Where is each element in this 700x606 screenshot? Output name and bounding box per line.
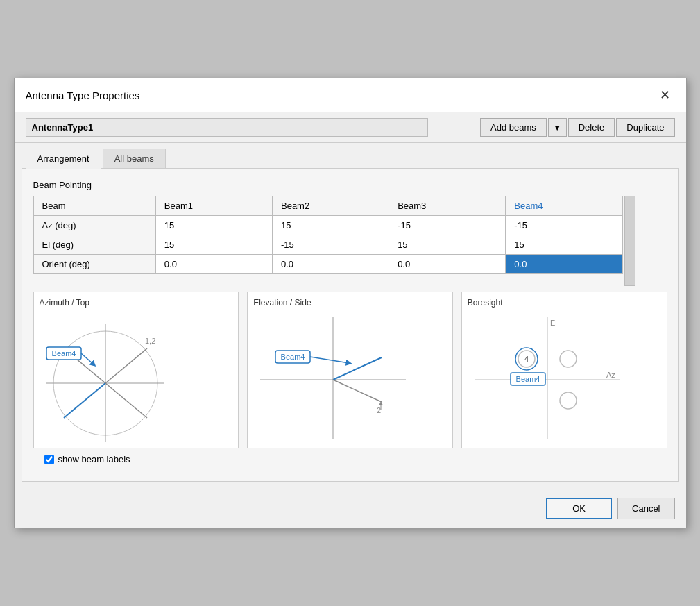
svg-text:Az: Az xyxy=(606,371,615,379)
cell-orient-beam2[interactable]: 0.0 xyxy=(272,255,389,274)
col-header-beam1: Beam1 xyxy=(155,196,272,216)
duplicate-button[interactable]: Duplicate xyxy=(616,118,674,137)
svg-line-10 xyxy=(81,353,94,364)
table-row-el: El (deg) 15 -15 15 15 xyxy=(33,235,622,255)
add-beams-label: Add beams xyxy=(490,122,536,133)
azimuth-diagram: Azimuth / Top xyxy=(33,292,239,448)
elevation-title: Elevation / Side xyxy=(253,298,447,308)
svg-text:1,2: 1,2 xyxy=(145,337,155,345)
boresight-title: Boresight xyxy=(468,298,661,308)
cell-az-beam3[interactable]: -15 xyxy=(389,216,506,235)
table-row-orient: Orient (deg) 0.0 0.0 0.0 0.0 xyxy=(33,255,622,274)
dialog-title: Antenna Type Properties xyxy=(26,90,140,101)
svg-point-24 xyxy=(560,351,577,367)
svg-line-4 xyxy=(105,383,147,418)
cell-az-beam4[interactable]: -15 xyxy=(506,216,622,235)
boresight-canvas: El Az 4 xyxy=(468,310,661,442)
svg-point-25 xyxy=(560,392,577,409)
cell-el-beam3[interactable]: 15 xyxy=(389,235,506,255)
cell-az-beam1[interactable]: 15 xyxy=(155,216,272,235)
azimuth-title: Azimuth / Top xyxy=(40,298,233,308)
show-beam-labels-checkbox-area: show beam labels xyxy=(44,454,130,464)
svg-text:Beam4: Beam4 xyxy=(515,375,540,383)
svg-line-3 xyxy=(105,348,147,383)
elevation-canvas: 2 Beam4 xyxy=(253,310,447,442)
cell-orient-beam4[interactable]: 0.0 xyxy=(506,255,622,274)
cell-el-beam1[interactable]: 15 xyxy=(155,235,272,255)
row-header-orient: Orient (deg) xyxy=(33,255,155,274)
cancel-button[interactable]: Cancel xyxy=(617,498,674,519)
close-button[interactable]: ✕ xyxy=(656,85,675,105)
elevation-diagram: Elevation / Side 2 xyxy=(247,292,453,448)
cell-el-beam2[interactable]: -15 xyxy=(272,235,389,255)
antenna-name-input[interactable] xyxy=(26,118,428,137)
svg-text:4: 4 xyxy=(524,355,529,363)
show-labels-bar: show beam labels xyxy=(33,448,667,470)
add-beams-dropdown[interactable]: ▼ xyxy=(548,118,567,137)
cell-orient-beam1[interactable]: 0.0 xyxy=(155,255,272,274)
title-bar: Antenna Type Properties ✕ xyxy=(15,78,686,112)
svg-line-19 xyxy=(310,357,349,363)
svg-line-13 xyxy=(333,357,382,380)
add-beams-button[interactable]: Add beams xyxy=(480,118,547,137)
table-scrollbar[interactable] xyxy=(624,196,635,286)
cell-orient-beam3[interactable]: 0.0 xyxy=(389,255,506,274)
boresight-svg: El Az 4 xyxy=(468,310,627,442)
beam-pointing-label: Beam Pointing xyxy=(33,180,667,190)
svg-line-14 xyxy=(333,380,382,402)
show-beam-labels-checkbox[interactable] xyxy=(44,455,54,464)
azimuth-canvas: 1,2 Beam4 xyxy=(40,310,233,442)
ok-button[interactable]: OK xyxy=(546,498,612,519)
tab-all-beams[interactable]: All beams xyxy=(103,149,166,168)
azimuth-svg: 1,2 Beam4 xyxy=(40,310,171,442)
tab-content-arrangement: Beam Pointing Beam Beam1 Beam2 Beam3 Bea… xyxy=(22,168,679,482)
diagrams-row: Azimuth / Top xyxy=(33,292,667,448)
svg-line-6 xyxy=(64,383,105,418)
toolbar-buttons: Add beams ▼ Delete Duplicate xyxy=(480,118,674,137)
tabs: Arrangement All beams xyxy=(15,143,686,168)
table-row-az: Az (deg) 15 15 -15 -15 xyxy=(33,216,622,235)
svg-text:2: 2 xyxy=(377,406,381,414)
dialog-footer: OK Cancel xyxy=(15,489,686,528)
show-beam-labels-label: show beam labels xyxy=(58,454,130,464)
row-header-el: El (deg) xyxy=(33,235,155,255)
col-header-beam3: Beam3 xyxy=(389,196,506,216)
row-header-az: Az (deg) xyxy=(33,216,155,235)
table-header-row: Beam Beam1 Beam2 Beam3 Beam4 xyxy=(33,196,622,216)
main-dialog: Antenna Type Properties ✕ Add beams ▼ De… xyxy=(14,78,687,528)
tab-arrangement[interactable]: Arrangement xyxy=(26,149,101,169)
col-header-beam2: Beam2 xyxy=(272,196,389,216)
svg-text:Beam4: Beam4 xyxy=(281,353,305,361)
table-wrapper: Beam Beam1 Beam2 Beam3 Beam4 Az (deg) 15… xyxy=(33,196,667,286)
delete-button[interactable]: Delete xyxy=(568,118,615,137)
elevation-svg: 2 Beam4 xyxy=(253,310,413,442)
svg-text:El: El xyxy=(550,319,557,327)
beam-table: Beam Beam1 Beam2 Beam3 Beam4 Az (deg) 15… xyxy=(33,196,623,274)
toolbar: Add beams ▼ Delete Duplicate xyxy=(15,112,686,143)
cell-az-beam2[interactable]: 15 xyxy=(272,216,389,235)
boresight-diagram: Boresight El Az xyxy=(461,292,667,448)
col-header-beam4[interactable]: Beam4 xyxy=(506,196,622,216)
cell-el-beam4[interactable]: 15 xyxy=(506,235,622,255)
svg-text:Beam4: Beam4 xyxy=(51,349,76,357)
col-header-beam: Beam xyxy=(33,196,155,216)
